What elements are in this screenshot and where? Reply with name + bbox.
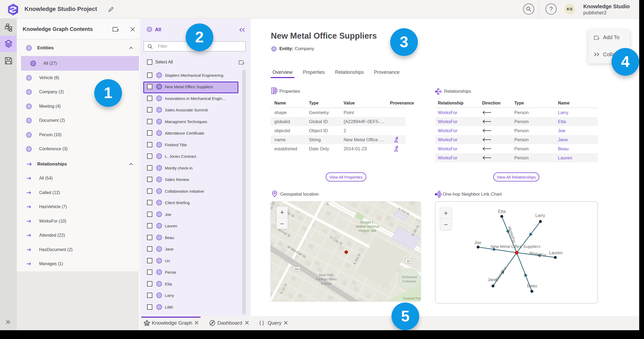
svg-text:Festival Park: Festival Park: [403, 297, 421, 300]
svg-text:New Metal Office Suppliers: New Metal Office Suppliers: [491, 244, 540, 249]
svg-text:Coliseum: Coliseum: [402, 280, 416, 283]
svg-text:250: 250: [294, 268, 299, 271]
svg-text:Maggie L.: Maggie L.: [360, 220, 375, 224]
svg-text:Joe: Joe: [474, 240, 481, 245]
svg-text:Larry: Larry: [535, 213, 545, 218]
svg-text:Historic Site: Historic Site: [359, 229, 377, 233]
svg-text:Richmond: Richmond: [402, 275, 417, 279]
svg-text:33: 33: [407, 260, 410, 263]
svg-text:Lauren: Lauren: [549, 251, 563, 255]
svg-text:Walker National: Walker National: [356, 225, 379, 228]
svg-text:WorksFor: WorksFor: [494, 265, 507, 282]
svg-text:Etta: Etta: [498, 209, 506, 214]
svg-text:WorksFor: WorksFor: [507, 226, 517, 244]
svg-text:Beau: Beau: [527, 284, 537, 288]
svg-text:New York: New York: [319, 273, 334, 277]
svg-text:WorksFor: WorksFor: [529, 251, 547, 257]
svg-text:& Boys: & Boys: [321, 282, 332, 285]
svg-text:Fashion Mens: Fashion Mens: [316, 277, 337, 281]
